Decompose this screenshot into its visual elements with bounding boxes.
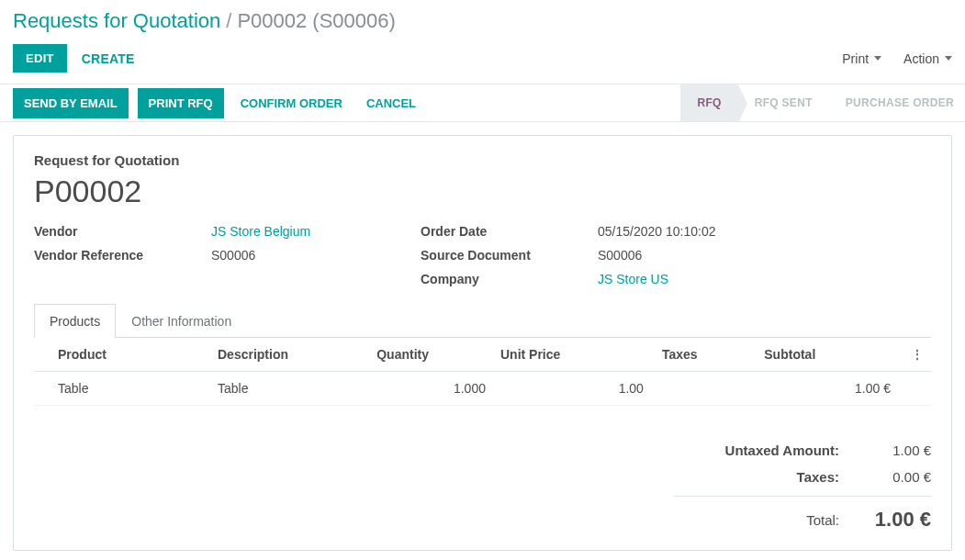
total-label: Total: <box>674 512 839 528</box>
breadcrumb: Requests for Quotation / P00002 (S00006) <box>0 0 965 37</box>
breadcrumb-separator: / <box>226 9 231 33</box>
status-step-purchase-order[interactable]: PURCHASE ORDER <box>829 84 965 121</box>
th-quantity: Quantity <box>369 338 493 372</box>
status-actions: SEND BY EMAIL PRINT RFQ CONFIRM ORDER CA… <box>13 84 423 121</box>
controls-left: EDIT CREATE <box>13 44 135 73</box>
arrow-right-icon <box>738 84 747 123</box>
vendor-value[interactable]: JS Store Belgium <box>211 224 413 239</box>
company-value[interactable]: JS Store US <box>598 272 931 286</box>
th-product: Product <box>34 338 210 372</box>
cancel-button[interactable]: CANCEL <box>359 96 423 110</box>
taxes-label: Taxes: <box>674 469 839 485</box>
th-unit-price: Unit Price <box>493 338 651 372</box>
status-steps: RFQ RFQ SENT PURCHASE ORDER <box>680 84 965 121</box>
kebab-icon[interactable]: ⋮ <box>905 347 924 362</box>
status-step-rfq[interactable]: RFQ <box>680 84 737 121</box>
print-dropdown[interactable]: Print <box>842 51 881 66</box>
field-grid: Vendor JS Store Belgium Order Date 05/15… <box>34 224 931 286</box>
status-step-label: RFQ SENT <box>755 96 813 109</box>
th-subtotal: Subtotal <box>757 338 898 372</box>
total-value: 1.00 € <box>839 508 931 532</box>
td-taxes <box>651 372 757 406</box>
status-bar: SEND BY EMAIL PRINT RFQ CONFIRM ORDER CA… <box>0 84 965 122</box>
confirm-order-button[interactable]: CONFIRM ORDER <box>233 96 350 110</box>
print-label: Print <box>842 51 869 66</box>
vendor-reference-label: Vendor Reference <box>34 248 204 263</box>
tab-products[interactable]: Products <box>34 304 116 338</box>
totals: Untaxed Amount: 1.00 € Taxes: 0.00 € Tot… <box>34 442 931 532</box>
order-lines-table: Product Description Quantity Unit Price … <box>34 338 931 406</box>
td-subtotal: 1.00 € <box>757 372 898 406</box>
section-title: Request for Quotation <box>34 152 931 168</box>
th-description: Description <box>210 338 369 372</box>
vendor-reference-value: S00006 <box>211 248 413 263</box>
create-link[interactable]: CREATE <box>82 51 135 66</box>
table-header-row: Product Description Quantity Unit Price … <box>34 338 931 372</box>
totals-divider <box>674 496 931 497</box>
breadcrumb-current: P00002 (S00006) <box>237 9 395 33</box>
source-document-value: S00006 <box>598 248 931 263</box>
status-step-rfq-sent[interactable]: RFQ SENT <box>738 84 829 121</box>
caret-down-icon <box>945 56 952 61</box>
untaxed-amount-label: Untaxed Amount: <box>674 442 839 458</box>
record-number: P00002 <box>34 174 931 209</box>
breadcrumb-root-link[interactable]: Requests for Quotation <box>13 9 220 33</box>
form-wrap: Request for Quotation P00002 Vendor JS S… <box>0 122 965 560</box>
td-unit-price: 1.00 <box>493 372 651 406</box>
th-taxes: Taxes <box>651 338 757 372</box>
tabs: Products Other Information <box>34 303 931 338</box>
controls-right: Print Action <box>842 51 952 66</box>
send-by-email-button[interactable]: SEND BY EMAIL <box>13 88 129 118</box>
action-label: Action <box>903 51 939 66</box>
source-document-label: Source Document <box>421 248 590 263</box>
status-step-label: RFQ <box>697 96 721 109</box>
caret-down-icon <box>874 56 881 61</box>
untaxed-amount-value: 1.00 € <box>839 442 931 458</box>
edit-button[interactable]: EDIT <box>13 44 67 73</box>
vendor-label: Vendor <box>34 224 204 239</box>
order-date-label: Order Date <box>421 224 590 239</box>
td-quantity: 1.000 <box>369 372 493 406</box>
status-step-label: PURCHASE ORDER <box>846 96 954 109</box>
action-dropdown[interactable]: Action <box>903 51 952 66</box>
td-description: Table <box>210 372 369 406</box>
table-row[interactable]: Table Table 1.000 1.00 1.00 € <box>34 372 931 406</box>
order-date-value: 05/15/2020 10:10:02 <box>598 224 931 239</box>
tab-other-information[interactable]: Other Information <box>116 304 247 338</box>
taxes-value: 0.00 € <box>839 469 931 485</box>
form-sheet: Request for Quotation P00002 Vendor JS S… <box>13 135 952 551</box>
print-rfq-button[interactable]: PRINT RFQ <box>138 88 224 118</box>
th-kebab[interactable]: ⋮ <box>898 338 931 372</box>
company-label: Company <box>421 272 590 286</box>
td-product: Table <box>34 372 210 406</box>
controls-row: EDIT CREATE Print Action <box>0 37 965 84</box>
